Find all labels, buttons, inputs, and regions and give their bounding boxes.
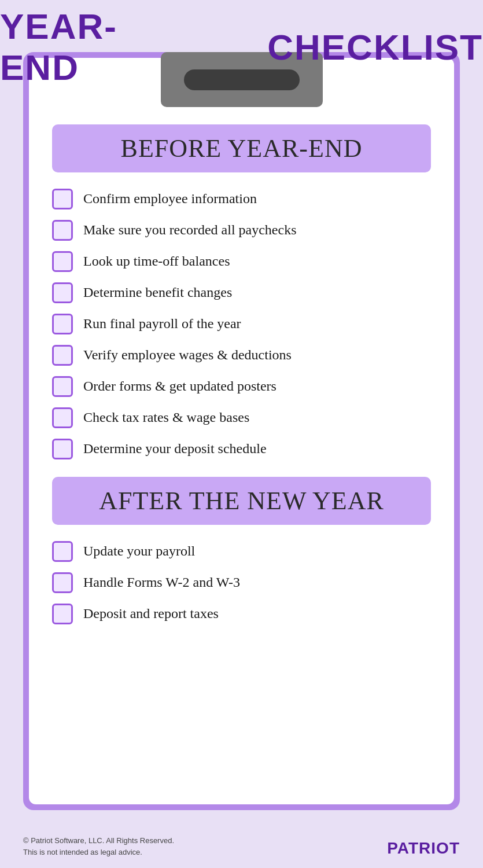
checkbox-8[interactable] <box>52 407 73 428</box>
checklist-label-7: Order forms & get updated posters <box>83 377 276 395</box>
footer-legal: © Patriot Software, LLC. All Rights Rese… <box>23 835 174 858</box>
after-new-year-list: Update your payroll Handle Forms W-2 and… <box>52 541 431 624</box>
checklist-label-10: Update your payroll <box>83 542 195 560</box>
page-container: YEAR-END CHECKLIST BEFORE YEAR-END Confi… <box>0 0 483 868</box>
before-year-end-title: BEFORE YEAR-END <box>121 134 363 163</box>
footer-copyright: © Patriot Software, LLC. All Rights Rese… <box>23 835 174 847</box>
clipboard-inner: BEFORE YEAR-END Confirm employee informa… <box>29 58 454 804</box>
clipboard-board: BEFORE YEAR-END Confirm employee informa… <box>23 52 460 810</box>
list-item: Look up time-off balances <box>52 251 431 272</box>
checkbox-2[interactable] <box>52 220 73 241</box>
checkbox-1[interactable] <box>52 189 73 209</box>
after-new-year-title: AFTER THE NEW YEAR <box>99 487 384 515</box>
before-year-end-header: BEFORE YEAR-END <box>52 124 431 172</box>
checkbox-11[interactable] <box>52 572 73 593</box>
list-item: Handle Forms W-2 and W-3 <box>52 572 431 593</box>
checklist-label-3: Look up time-off balances <box>83 252 230 270</box>
checklist-label-12: Deposit and report taxes <box>83 605 219 623</box>
checklist-label-1: Confirm employee information <box>83 190 257 208</box>
checklist-label-5: Run final payroll of the year <box>83 315 241 333</box>
list-item: Deposit and report taxes <box>52 604 431 624</box>
checkbox-7[interactable] <box>52 376 73 397</box>
checklist-label-6: Verify employee wages & deductions <box>83 346 292 364</box>
checkbox-4[interactable] <box>52 282 73 303</box>
list-item: Check tax rates & wage bases <box>52 407 431 428</box>
checklist-label-11: Handle Forms W-2 and W-3 <box>83 573 240 591</box>
list-item: Update your payroll <box>52 541 431 562</box>
list-item: Verify employee wages & deductions <box>52 345 431 366</box>
checklist-label-8: Check tax rates & wage bases <box>83 409 249 426</box>
footer-disclaimer: This is not intended as legal advice. <box>23 847 174 858</box>
checkbox-3[interactable] <box>52 251 73 272</box>
title-checklist: CHECKLIST <box>267 27 483 68</box>
title-year-end: YEAR-END <box>0 6 186 88</box>
checkbox-9[interactable] <box>52 439 73 459</box>
checkbox-10[interactable] <box>52 541 73 562</box>
list-item: Determine benefit changes <box>52 282 431 303</box>
checkbox-6[interactable] <box>52 345 73 366</box>
footer-brand: PATRIOT <box>387 839 460 858</box>
checkbox-5[interactable] <box>52 314 73 334</box>
checklist-label-4: Determine benefit changes <box>83 284 232 301</box>
before-year-end-list: Confirm employee information Make sure y… <box>52 189 431 459</box>
checkbox-12[interactable] <box>52 604 73 624</box>
list-item: Order forms & get updated posters <box>52 376 431 397</box>
list-item: Make sure you recorded all paychecks <box>52 220 431 241</box>
checklist-label-2: Make sure you recorded all paychecks <box>83 221 297 239</box>
checklist-label-9: Determine your deposit schedule <box>83 440 267 458</box>
footer: © Patriot Software, LLC. All Rights Rese… <box>23 835 460 858</box>
list-item: Confirm employee information <box>52 189 431 209</box>
after-new-year-header: AFTER THE NEW YEAR <box>52 477 431 525</box>
title-row: YEAR-END CHECKLIST <box>0 6 483 88</box>
list-item: Run final payroll of the year <box>52 314 431 334</box>
list-item: Determine your deposit schedule <box>52 439 431 459</box>
